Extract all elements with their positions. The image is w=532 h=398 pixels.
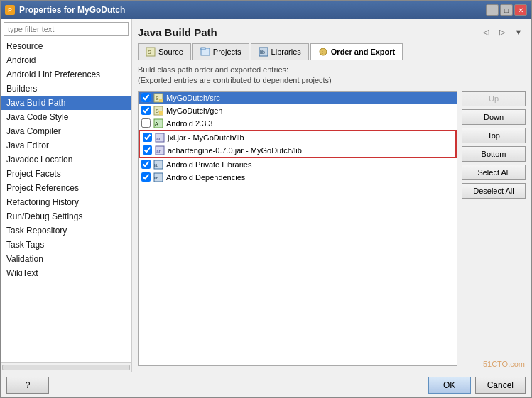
svg-text:jar: jar bbox=[155, 149, 161, 153]
svg-rect-3 bbox=[201, 48, 205, 50]
entry-label: Android 2.3.3 bbox=[166, 119, 212, 128]
jar-icon: jar bbox=[155, 145, 165, 155]
cancel-button[interactable]: Cancel bbox=[475, 377, 526, 394]
filter-input[interactable] bbox=[4, 22, 129, 36]
sidebar-item[interactable]: Java Editor bbox=[1, 138, 131, 153]
bottom-right-buttons: OK Cancel bbox=[428, 377, 526, 394]
sidebar-item[interactable]: Builders bbox=[1, 82, 131, 96]
entry-checkbox[interactable] bbox=[143, 133, 152, 142]
svg-text:jar: jar bbox=[155, 136, 161, 140]
sidebar-item[interactable]: Refactoring History bbox=[1, 195, 131, 209]
svg-text:S: S bbox=[156, 96, 159, 101]
entry-label: MyGoDutch/src bbox=[166, 94, 220, 102]
entry-item[interactable]: SMyGoDutch/gen bbox=[139, 104, 457, 117]
entry-item[interactable]: jarjxl.jar - MyGoDutch/lib bbox=[140, 131, 455, 144]
entry-label: Android Dependencies bbox=[166, 173, 245, 182]
entry-label: jxl.jar - MyGoDutch/lib bbox=[168, 133, 244, 142]
main-header: Java Build Path ◁ ▷ ▼ bbox=[138, 25, 526, 39]
entry-label: MyGoDutch/gen bbox=[166, 106, 222, 115]
sidebar-item[interactable]: Java Compiler bbox=[1, 124, 131, 138]
minimize-button[interactable]: — bbox=[486, 4, 499, 16]
source-tab-icon: S bbox=[146, 47, 156, 57]
maximize-button[interactable]: □ bbox=[500, 4, 513, 16]
sidebar-item[interactable]: Java Code Style bbox=[1, 110, 131, 124]
entry-checkbox[interactable] bbox=[143, 145, 152, 155]
sidebar-item[interactable]: Resource bbox=[1, 39, 131, 53]
sidebar-item[interactable]: Project References bbox=[1, 181, 131, 195]
titlebar-buttons: — □ ✕ bbox=[486, 4, 527, 16]
forward-button[interactable]: ▷ bbox=[495, 25, 509, 39]
src-icon: S bbox=[153, 93, 163, 103]
entry-checkbox[interactable] bbox=[141, 172, 151, 182]
entry-item[interactable]: AAndroid 2.3.3 bbox=[139, 117, 457, 130]
entries-list: SMyGoDutch/srcSMyGoDutch/genAAndroid 2.3… bbox=[138, 91, 457, 366]
content-area: ResourceAndroidAndroid Lint PreferencesB… bbox=[1, 19, 531, 372]
sidebar-item[interactable]: Project Facets bbox=[1, 167, 131, 181]
close-button[interactable]: ✕ bbox=[514, 4, 527, 16]
tabs: S Source Projects lib Libraries ↕ Order … bbox=[138, 43, 526, 60]
entry-checkbox[interactable] bbox=[141, 106, 151, 115]
sidebar-item[interactable]: Task Repository bbox=[1, 223, 131, 238]
sidebar-item[interactable]: WikiText bbox=[1, 266, 131, 280]
select-all-button[interactable]: Select All bbox=[462, 165, 526, 180]
page-title: Java Build Path bbox=[138, 26, 217, 38]
lib-icon: lib bbox=[153, 172, 163, 182]
sidebar-item[interactable]: Task Tags bbox=[1, 238, 131, 252]
svg-text:lib: lib bbox=[260, 50, 265, 55]
toolbar-icons: ◁ ▷ ▼ bbox=[479, 25, 526, 39]
deselect-all-button[interactable]: Deselect All bbox=[462, 183, 526, 199]
projects-tab-icon bbox=[200, 47, 210, 57]
sidebar: ResourceAndroidAndroid Lint PreferencesB… bbox=[1, 19, 132, 372]
order-tab-icon: ↕ bbox=[318, 47, 328, 57]
sidebar-item[interactable]: Javadoc Location bbox=[1, 153, 131, 167]
sidebar-item[interactable]: Android bbox=[1, 53, 131, 67]
entry-item[interactable]: libAndroid Private Libraries bbox=[139, 158, 457, 171]
sidebar-item[interactable]: Validation bbox=[1, 252, 131, 266]
entry-item[interactable]: jarachartengine-0.7.0.jar - MyGoDutch/li… bbox=[140, 144, 455, 157]
sidebar-item[interactable]: Android Lint Preferences bbox=[1, 67, 131, 82]
scrollbar-track[interactable] bbox=[2, 365, 130, 370]
window-icon: P bbox=[5, 5, 15, 15]
back-button[interactable]: ◁ bbox=[479, 25, 493, 39]
entry-checkbox[interactable] bbox=[141, 160, 151, 169]
up-button[interactable]: Up bbox=[462, 91, 526, 106]
svg-text:↕: ↕ bbox=[321, 50, 324, 55]
side-buttons: Up Down Top Bottom Select All Deselect A… bbox=[462, 91, 526, 366]
svg-text:A: A bbox=[155, 121, 158, 126]
sidebar-item[interactable]: Run/Debug Settings bbox=[1, 209, 131, 223]
bottom-bar: ? OK Cancel bbox=[1, 372, 531, 397]
svg-text:lib: lib bbox=[154, 163, 159, 167]
svg-rect-13 bbox=[159, 111, 163, 115]
build-path-area: SMyGoDutch/srcSMyGoDutch/genAAndroid 2.3… bbox=[138, 91, 526, 366]
svg-text:S: S bbox=[156, 109, 159, 114]
window-title: Properties for MyGoDutch bbox=[19, 5, 482, 15]
tab-libraries[interactable]: lib Libraries bbox=[251, 43, 309, 60]
tab-source[interactable]: S Source bbox=[138, 43, 191, 60]
tab-order-export[interactable]: ↕ Order and Export bbox=[310, 43, 403, 60]
entry-checkbox[interactable] bbox=[141, 93, 151, 102]
ok-button[interactable]: OK bbox=[428, 377, 471, 394]
bottom-button[interactable]: Bottom bbox=[462, 146, 526, 162]
help-icon: ? bbox=[26, 380, 31, 390]
entry-label: Android Private Libraries bbox=[166, 160, 251, 169]
properties-window: P Properties for MyGoDutch — □ ✕ Resourc… bbox=[0, 0, 532, 398]
top-button[interactable]: Top bbox=[462, 128, 526, 143]
src-icon: S bbox=[153, 106, 163, 116]
main-panel: Java Build Path ◁ ▷ ▼ S Source Projects bbox=[132, 19, 531, 372]
sidebar-item[interactable]: Java Build Path bbox=[1, 96, 131, 110]
sidebar-scrollbar[interactable] bbox=[1, 362, 131, 372]
tab-projects[interactable]: Projects bbox=[192, 43, 249, 60]
jar-icon: jar bbox=[155, 133, 165, 143]
down-button[interactable]: Down bbox=[462, 109, 526, 125]
sidebar-list: ResourceAndroidAndroid Lint PreferencesB… bbox=[1, 39, 131, 362]
entry-item[interactable]: libAndroid Dependencies bbox=[139, 171, 457, 184]
entry-checkbox[interactable] bbox=[141, 118, 151, 128]
entry-item[interactable]: SMyGoDutch/src bbox=[139, 92, 457, 104]
highlight-group: jarjxl.jar - MyGoDutch/libjarachartengin… bbox=[139, 130, 457, 158]
svg-text:S: S bbox=[148, 50, 151, 55]
description: Build class path order and exported entr… bbox=[138, 65, 526, 87]
svg-text:lib: lib bbox=[154, 176, 159, 180]
libraries-tab-icon: lib bbox=[259, 47, 268, 57]
dropdown-button[interactable]: ▼ bbox=[511, 25, 526, 39]
help-button[interactable]: ? bbox=[6, 377, 49, 394]
